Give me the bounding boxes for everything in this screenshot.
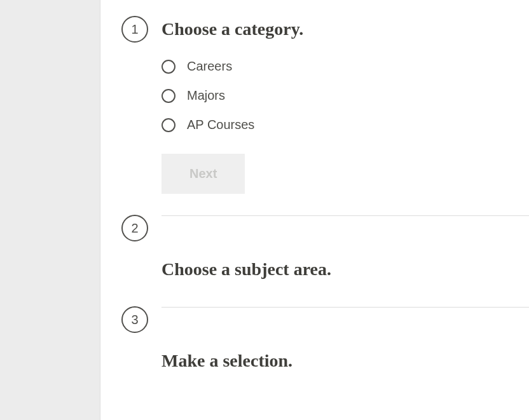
sidebar [0, 0, 100, 420]
step-2-title: Choose a subject area. [161, 256, 529, 283]
radio-icon [161, 118, 175, 132]
step-1: 1 Choose a category. Careers Majors AP C… [116, 16, 529, 216]
next-button[interactable]: Next [161, 154, 245, 194]
option-label: Careers [187, 59, 232, 74]
option-careers[interactable]: Careers [161, 59, 529, 74]
option-label: AP Courses [187, 118, 254, 132]
step-3: 3 Make a selection. [116, 306, 529, 391]
option-majors[interactable]: Majors [161, 88, 529, 103]
step-1-title: Choose a category. [161, 16, 529, 43]
radio-icon [161, 60, 175, 74]
option-label: Majors [187, 88, 225, 103]
radio-icon [161, 89, 175, 103]
step-2-number: 2 [121, 215, 148, 241]
step-1-number: 1 [121, 16, 148, 43]
step-1-options: Careers Majors AP Courses [161, 59, 529, 132]
option-ap-courses[interactable]: AP Courses [161, 118, 529, 132]
main-content: 1 Choose a category. Careers Majors AP C… [100, 0, 529, 420]
step-2: 2 Choose a subject area. [116, 215, 529, 308]
step-3-title: Make a selection. [161, 348, 529, 374]
step-3-number: 3 [121, 306, 148, 333]
